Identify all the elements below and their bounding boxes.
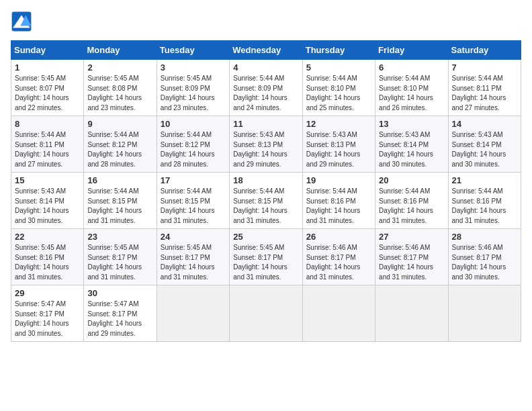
day-info: Sunrise: 5:44 AM Sunset: 8:09 PM Dayligh… — [233, 74, 298, 113]
day-number: 21 — [452, 175, 517, 185]
day-number: 27 — [379, 232, 444, 242]
calendar-cell — [448, 285, 521, 342]
day-number: 22 — [15, 232, 80, 242]
day-info: Sunrise: 5:43 AM Sunset: 8:14 PM Dayligh… — [15, 187, 80, 226]
calendar-cell: 10Sunrise: 5:44 AM Sunset: 8:12 PM Dayli… — [157, 116, 229, 173]
day-info: Sunrise: 5:45 AM Sunset: 8:17 PM Dayligh… — [161, 243, 226, 282]
day-number: 19 — [306, 175, 371, 185]
day-number: 16 — [87, 175, 152, 185]
day-number: 3 — [161, 62, 226, 73]
day-header-sunday: Sunday — [11, 41, 84, 60]
day-info: Sunrise: 5:43 AM Sunset: 8:13 PM Dayligh… — [233, 130, 298, 169]
calendar-week-row: 29Sunrise: 5:47 AM Sunset: 8:17 PM Dayli… — [11, 285, 521, 342]
day-info: Sunrise: 5:44 AM Sunset: 8:12 PM Dayligh… — [161, 130, 226, 169]
day-info: Sunrise: 5:45 AM Sunset: 8:09 PM Dayligh… — [161, 74, 226, 113]
day-info: Sunrise: 5:45 AM Sunset: 8:08 PM Dayligh… — [87, 74, 152, 113]
calendar-cell: 18Sunrise: 5:44 AM Sunset: 8:15 PM Dayli… — [230, 173, 302, 229]
day-info: Sunrise: 5:44 AM Sunset: 8:16 PM Dayligh… — [452, 187, 517, 226]
calendar-week-row: 1Sunrise: 5:45 AM Sunset: 8:07 PM Daylig… — [11, 60, 521, 116]
calendar-cell — [230, 285, 302, 342]
day-header-friday: Friday — [375, 41, 448, 60]
day-header-thursday: Thursday — [302, 41, 375, 60]
day-info: Sunrise: 5:43 AM Sunset: 8:14 PM Dayligh… — [452, 130, 517, 169]
calendar-cell — [302, 285, 375, 342]
calendar-cell: 24Sunrise: 5:45 AM Sunset: 8:17 PM Dayli… — [157, 229, 229, 285]
calendar-cell: 27Sunrise: 5:46 AM Sunset: 8:17 PM Dayli… — [375, 229, 448, 285]
calendar-header-row: SundayMondayTuesdayWednesdayThursdayFrid… — [11, 41, 521, 60]
day-info: Sunrise: 5:45 AM Sunset: 8:07 PM Dayligh… — [15, 74, 80, 113]
day-number: 24 — [161, 232, 226, 242]
day-info: Sunrise: 5:44 AM Sunset: 8:16 PM Dayligh… — [379, 187, 444, 226]
day-info: Sunrise: 5:45 AM Sunset: 8:17 PM Dayligh… — [87, 243, 152, 282]
calendar-cell: 28Sunrise: 5:46 AM Sunset: 8:17 PM Dayli… — [448, 229, 521, 285]
calendar-cell: 13Sunrise: 5:43 AM Sunset: 8:14 PM Dayli… — [375, 116, 448, 173]
day-number: 18 — [233, 175, 298, 185]
calendar-cell: 9Sunrise: 5:44 AM Sunset: 8:12 PM Daylig… — [84, 116, 157, 173]
day-number: 28 — [452, 232, 517, 242]
calendar-cell: 8Sunrise: 5:44 AM Sunset: 8:11 PM Daylig… — [11, 116, 84, 173]
day-info: Sunrise: 5:46 AM Sunset: 8:17 PM Dayligh… — [452, 243, 517, 282]
calendar-cell — [375, 285, 448, 342]
day-info: Sunrise: 5:44 AM Sunset: 8:15 PM Dayligh… — [233, 187, 298, 226]
day-number: 17 — [161, 175, 226, 185]
day-number: 4 — [233, 62, 298, 73]
calendar-cell: 23Sunrise: 5:45 AM Sunset: 8:17 PM Dayli… — [84, 229, 157, 285]
day-number: 9 — [87, 119, 152, 129]
day-info: Sunrise: 5:44 AM Sunset: 8:15 PM Dayligh… — [87, 187, 152, 226]
day-info: Sunrise: 5:44 AM Sunset: 8:11 PM Dayligh… — [452, 74, 517, 113]
calendar-week-row: 8Sunrise: 5:44 AM Sunset: 8:11 PM Daylig… — [11, 116, 521, 173]
day-info: Sunrise: 5:47 AM Sunset: 8:17 PM Dayligh… — [87, 300, 152, 338]
day-info: Sunrise: 5:45 AM Sunset: 8:16 PM Dayligh… — [15, 243, 80, 282]
day-number: 12 — [306, 119, 371, 129]
day-header-saturday: Saturday — [448, 41, 521, 60]
day-number: 20 — [379, 175, 444, 185]
day-number: 15 — [15, 175, 80, 185]
calendar-cell: 4Sunrise: 5:44 AM Sunset: 8:09 PM Daylig… — [230, 60, 302, 116]
calendar-cell: 21Sunrise: 5:44 AM Sunset: 8:16 PM Dayli… — [448, 173, 521, 229]
page-header — [11, 11, 521, 32]
logo-icon — [11, 11, 32, 32]
calendar-cell: 29Sunrise: 5:47 AM Sunset: 8:17 PM Dayli… — [11, 285, 84, 342]
day-info: Sunrise: 5:44 AM Sunset: 8:10 PM Dayligh… — [306, 74, 371, 113]
calendar-cell: 30Sunrise: 5:47 AM Sunset: 8:17 PM Dayli… — [84, 285, 157, 342]
day-info: Sunrise: 5:44 AM Sunset: 8:16 PM Dayligh… — [306, 187, 371, 226]
day-number: 7 — [452, 62, 517, 73]
calendar-cell: 12Sunrise: 5:43 AM Sunset: 8:13 PM Dayli… — [302, 116, 375, 173]
day-number: 25 — [233, 232, 298, 242]
day-info: Sunrise: 5:43 AM Sunset: 8:14 PM Dayligh… — [379, 130, 444, 169]
calendar-cell: 3Sunrise: 5:45 AM Sunset: 8:09 PM Daylig… — [157, 60, 229, 116]
day-info: Sunrise: 5:46 AM Sunset: 8:17 PM Dayligh… — [306, 243, 371, 282]
calendar-cell: 15Sunrise: 5:43 AM Sunset: 8:14 PM Dayli… — [11, 173, 84, 229]
calendar-cell: 20Sunrise: 5:44 AM Sunset: 8:16 PM Dayli… — [375, 173, 448, 229]
day-header-wednesday: Wednesday — [230, 41, 302, 60]
day-info: Sunrise: 5:45 AM Sunset: 8:17 PM Dayligh… — [233, 243, 298, 282]
calendar-cell: 16Sunrise: 5:44 AM Sunset: 8:15 PM Dayli… — [84, 173, 157, 229]
calendar-cell: 7Sunrise: 5:44 AM Sunset: 8:11 PM Daylig… — [448, 60, 521, 116]
day-info: Sunrise: 5:44 AM Sunset: 8:15 PM Dayligh… — [161, 187, 226, 226]
calendar-cell: 14Sunrise: 5:43 AM Sunset: 8:14 PM Dayli… — [448, 116, 521, 173]
day-info: Sunrise: 5:46 AM Sunset: 8:17 PM Dayligh… — [379, 243, 444, 282]
day-number: 6 — [379, 62, 444, 73]
logo — [11, 11, 35, 32]
day-number: 29 — [15, 288, 80, 298]
calendar-cell: 1Sunrise: 5:45 AM Sunset: 8:07 PM Daylig… — [11, 60, 84, 116]
day-info: Sunrise: 5:44 AM Sunset: 8:12 PM Dayligh… — [87, 130, 152, 169]
calendar-cell — [157, 285, 229, 342]
day-number: 23 — [87, 232, 152, 242]
day-number: 30 — [87, 288, 152, 298]
calendar-cell: 6Sunrise: 5:44 AM Sunset: 8:10 PM Daylig… — [375, 60, 448, 116]
calendar-cell: 5Sunrise: 5:44 AM Sunset: 8:10 PM Daylig… — [302, 60, 375, 116]
day-number: 13 — [379, 119, 444, 129]
day-number: 5 — [306, 62, 371, 73]
day-number: 8 — [15, 119, 80, 129]
day-info: Sunrise: 5:44 AM Sunset: 8:11 PM Dayligh… — [15, 130, 80, 169]
day-number: 2 — [87, 62, 152, 73]
calendar-week-row: 22Sunrise: 5:45 AM Sunset: 8:16 PM Dayli… — [11, 229, 521, 285]
calendar-cell: 22Sunrise: 5:45 AM Sunset: 8:16 PM Dayli… — [11, 229, 84, 285]
day-number: 26 — [306, 232, 371, 242]
day-number: 11 — [233, 119, 298, 129]
calendar-cell: 2Sunrise: 5:45 AM Sunset: 8:08 PM Daylig… — [84, 60, 157, 116]
day-info: Sunrise: 5:44 AM Sunset: 8:10 PM Dayligh… — [379, 74, 444, 113]
day-header-monday: Monday — [84, 41, 157, 60]
calendar: SundayMondayTuesdayWednesdayThursdayFrid… — [11, 40, 521, 342]
